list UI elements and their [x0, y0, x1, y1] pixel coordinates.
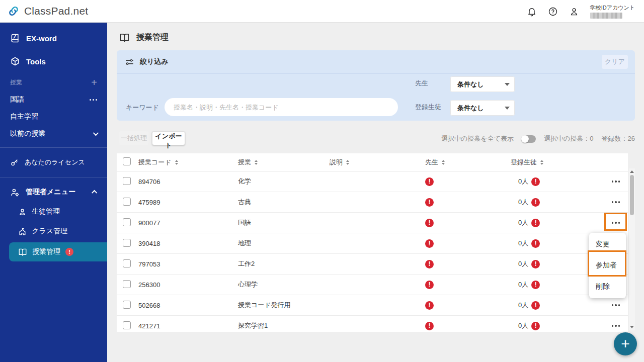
sidebar-item-label: クラス管理 — [32, 227, 67, 236]
more-options-icon[interactable] — [90, 99, 97, 101]
column-header-name[interactable]: 授業 — [238, 158, 258, 167]
sidebar-item-self-study[interactable]: 自主学習 — [0, 110, 107, 123]
toolbox-icon — [10, 56, 20, 66]
bulk-action-button[interactable]: 一括処理 — [119, 131, 148, 145]
column-header-label: 説明 — [330, 158, 343, 167]
row-actions-menu-icon[interactable] — [611, 198, 621, 206]
row-checkbox[interactable] — [123, 280, 131, 288]
class-name-cell: 心理学 — [238, 280, 330, 289]
filter-body: 先生 条件なし キーワード 登録生徒 条件なし — [117, 74, 635, 120]
keyword-search-input[interactable] — [165, 98, 398, 116]
teacher-filter-select[interactable]: 条件なし — [450, 76, 515, 92]
show-selected-toggle[interactable] — [522, 135, 536, 143]
classpad-logo[interactable]: ClassPad.net — [7, 5, 88, 18]
row-checkbox[interactable] — [123, 239, 131, 247]
show-selected-label: 選択中の授業を全て表示 — [441, 134, 514, 143]
filter-title-text: 絞り込み — [140, 57, 169, 66]
dictionary-icon — [10, 33, 20, 43]
students-alert-icon: ! — [531, 219, 540, 227]
row-checkbox[interactable] — [123, 218, 131, 226]
column-header-code[interactable]: 授業コード — [138, 158, 178, 167]
sidebar-item-class-management[interactable]: クラス管理 — [0, 224, 107, 239]
sidebar-item-label: 管理者メニュー — [26, 188, 87, 197]
column-header-teacher[interactable]: 先生 — [425, 158, 445, 167]
sidebar-item-kokugo[interactable]: 国語 — [0, 93, 107, 106]
sidebar-item-tools[interactable]: Tools — [0, 53, 107, 70]
list-meta: 選択中の授業を全て表示 選択中の授業：0 登録数：26 — [441, 134, 635, 143]
row-actions-menu-icon[interactable] — [611, 301, 621, 309]
class-name-cell: 古典 — [238, 198, 330, 207]
select-all-checkbox[interactable] — [123, 157, 131, 165]
sidebar-item-admin-menu[interactable]: 管理者メニュー — [0, 185, 107, 200]
teacher-alert-icon: ! — [425, 219, 434, 227]
sidebar-item-previous-classes[interactable]: 以前の授業 — [0, 127, 107, 140]
students-alert-icon: ! — [531, 198, 540, 207]
add-class-icon[interactable]: + — [91, 77, 97, 87]
sidebar-item-label: 自主学習 — [10, 112, 97, 121]
context-menu-item[interactable]: 参加者 — [589, 255, 626, 276]
student-count-text: 0人 — [518, 239, 528, 248]
sidebar-item-label: Tools — [26, 57, 97, 66]
class-code-cell: 502668 — [138, 302, 238, 309]
clear-filter-button[interactable]: クリア — [602, 55, 628, 69]
column-header-students[interactable]: 登録生徒 — [511, 158, 543, 167]
row-actions-menu-icon[interactable] — [611, 177, 621, 186]
admin-user-gear-icon — [10, 188, 20, 197]
row-checkbox[interactable] — [123, 198, 131, 206]
student-count-text: 0人 — [518, 259, 528, 268]
students-alert-icon: ! — [531, 322, 540, 330]
notifications-bell-icon[interactable] — [527, 7, 537, 17]
row-actions-menu-icon[interactable] — [611, 219, 621, 227]
student-count-text: 0人 — [518, 301, 528, 310]
link-chain-icon — [7, 5, 20, 18]
teacher-alert-icon: ! — [425, 260, 434, 268]
students-alert-icon: ! — [531, 301, 540, 310]
table-row: 900077 国語 ! 0人 ! — [117, 213, 628, 233]
sidebar-item-label: 授業管理 — [32, 247, 60, 256]
plus-icon: + — [621, 336, 630, 351]
table-header-row: 授業コード 授業 説明 先生 登録生徒 — [117, 153, 628, 171]
sidebar-item-student-management[interactable]: 生徒管理 — [0, 204, 107, 219]
table-row: 894706 化学 ! 0人 ! — [117, 171, 628, 192]
students-filter-select[interactable]: 条件なし — [450, 100, 515, 116]
sidebar-item-lesson-management[interactable]: 授業管理 ! — [9, 242, 107, 261]
table-scrollbar[interactable] — [629, 168, 635, 330]
column-header-label: 先生 — [425, 158, 438, 167]
scroll-up-arrow-icon[interactable] — [630, 170, 634, 173]
sidebar-divider — [0, 147, 107, 148]
account-person-icon[interactable] — [569, 7, 579, 17]
logo-text: ClassPad.net — [24, 5, 88, 17]
school-building-icon — [18, 227, 27, 236]
filter-title: 絞り込み — [125, 57, 169, 67]
context-menu-item[interactable]: 削除 — [589, 276, 626, 297]
key-icon — [10, 158, 19, 167]
sidebar-item-ex-word[interactable]: EX-word — [0, 30, 107, 47]
scrollbar-thumb[interactable] — [630, 175, 634, 215]
row-checkbox[interactable] — [123, 321, 131, 329]
sidebar-item-license[interactable]: あなたのライセンス — [0, 155, 107, 170]
context-menu-item-label: 削除 — [596, 282, 610, 291]
teacher-alert-icon: ! — [425, 281, 434, 289]
row-actions-menu-icon[interactable] — [611, 322, 621, 330]
row-checkbox[interactable] — [123, 259, 131, 267]
chevron-down-icon — [93, 130, 99, 136]
total-count-text: 登録数：26 — [602, 134, 635, 143]
caret-down-icon — [505, 107, 510, 110]
class-name-cell: 工作2 — [238, 259, 330, 268]
row-checkbox[interactable] — [123, 301, 131, 309]
table-row: 502668 授業コード発行用 ! 0人 ! — [117, 295, 628, 316]
students-filter-value: 条件なし — [457, 104, 484, 113]
teacher-alert-icon: ! — [425, 198, 434, 207]
account-info[interactable]: 学校IDアカウント — [590, 4, 635, 19]
row-checkbox[interactable] — [123, 177, 131, 185]
student-count-text: 0人 — [518, 280, 528, 289]
students-alert-icon: ! — [531, 239, 540, 248]
import-button[interactable]: インポート — [152, 131, 185, 145]
open-book-icon — [18, 247, 27, 256]
scroll-down-arrow-icon[interactable] — [630, 326, 634, 328]
help-icon[interactable] — [548, 7, 558, 17]
context-menu-item[interactable]: 変更 — [589, 234, 626, 255]
add-class-fab[interactable]: + — [614, 332, 637, 355]
column-header-description[interactable]: 説明 — [330, 158, 349, 167]
class-code-cell: 390418 — [138, 240, 238, 247]
